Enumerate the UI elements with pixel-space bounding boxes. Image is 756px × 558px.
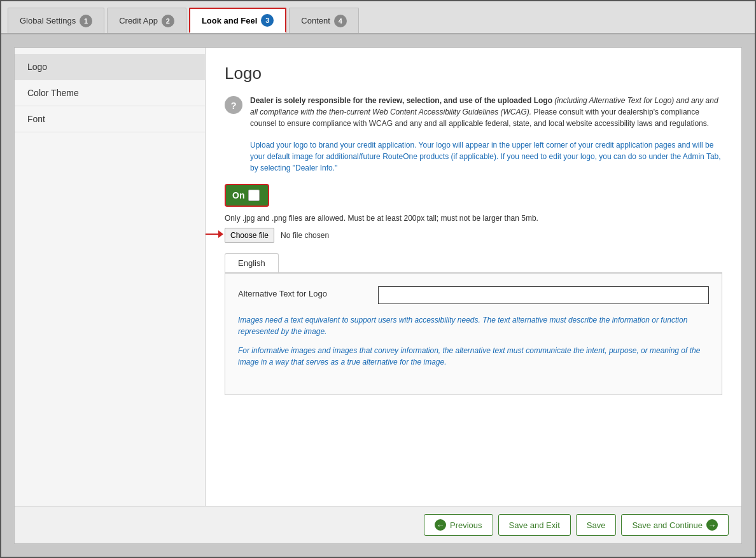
tab-content-label: Content — [301, 16, 330, 25]
tab-english[interactable]: English — [225, 253, 279, 272]
logo-toggle[interactable]: On — [225, 184, 269, 207]
tab-look-and-feel-label: Look and Feel — [202, 16, 257, 25]
save-continue-icon: → — [706, 519, 718, 531]
content-inner: Logo Color Theme Font Logo ? — [15, 48, 741, 506]
choose-file-button[interactable]: Choose file — [225, 228, 274, 243]
tab-look-and-feel[interactable]: Look and Feel 3 — [189, 8, 286, 33]
tab-content[interactable]: Content 4 — [289, 8, 359, 33]
sidebar-item-color-theme[interactable]: Color Theme — [15, 80, 205, 106]
alt-text-row: Alternative Text for Logo — [238, 286, 709, 304]
tab-content-badge: 4 — [334, 15, 347, 27]
previous-icon: ← — [435, 519, 446, 531]
file-requirements: Only .jpg and .png files are allowed. Mu… — [225, 213, 722, 224]
previous-label: Previous — [450, 520, 482, 530]
page-title: Logo — [225, 64, 722, 83]
save-exit-label: Save and Exit — [509, 520, 560, 530]
save-exit-button[interactable]: Save and Exit — [498, 514, 571, 536]
arrow-head — [218, 230, 223, 238]
alt-text-box: Alternative Text for Logo Images need a … — [225, 273, 722, 395]
save-continue-button[interactable]: Save and Continue → — [621, 514, 729, 536]
tab-credit-app-badge: 2 — [162, 15, 174, 27]
main-area: Logo Color Theme Font Logo ? — [1, 34, 755, 557]
tab-credit-app-label: Credit App — [119, 16, 158, 25]
tab-global-settings-badge: 1 — [80, 15, 92, 27]
sidebar-item-font[interactable]: Font — [15, 106, 205, 132]
save-button[interactable]: Save — [576, 514, 617, 536]
toggle-label: On — [232, 190, 244, 200]
main-content: Logo ? Dealer is solely responsible for … — [206, 48, 741, 506]
alt-text-label: Alternative Text for Logo — [238, 286, 365, 298]
arrow-indicator — [206, 230, 223, 238]
accessibility-note-1: Images need a text equivalent to support… — [238, 314, 709, 337]
language-tab-bar: English — [225, 253, 722, 273]
alt-text-input[interactable] — [378, 286, 709, 304]
accessibility-note-2: For informative images and images that c… — [238, 345, 709, 368]
tab-global-settings-label: Global Settings — [20, 16, 76, 25]
save-continue-label: Save and Continue — [632, 520, 703, 530]
tab-look-and-feel-badge: 3 — [261, 14, 274, 27]
upload-description: Upload your logo to brand your credit ap… — [250, 139, 722, 174]
previous-button[interactable]: ← Previous — [424, 514, 493, 536]
file-row: Choose file No file chosen — [225, 228, 722, 243]
question-icon: ? — [225, 96, 242, 114]
toggle-row: On — [225, 184, 722, 207]
disclaimer-bold: Dealer is solely responsible for the rev… — [250, 96, 552, 105]
toggle-switch — [248, 190, 260, 201]
no-file-text: No file chosen — [281, 231, 329, 240]
disclaimer-text: Dealer is solely responsible for the rev… — [250, 95, 722, 129]
tab-credit-app[interactable]: Credit App 2 — [107, 8, 186, 33]
info-box: ? Dealer is solely responsible for the r… — [225, 95, 722, 129]
arrow-line — [206, 234, 218, 235]
sidebar: Logo Color Theme Font — [15, 48, 206, 506]
save-label: Save — [587, 520, 606, 530]
file-upload-section: Only .jpg and .png files are allowed. Mu… — [225, 213, 722, 243]
footer-bar: ← Previous Save and Exit Save Save and C… — [15, 506, 741, 543]
tab-global-settings[interactable]: Global Settings 1 — [8, 8, 104, 33]
tab-bar: Global Settings 1 Credit App 2 Look and … — [1, 1, 755, 34]
sidebar-item-logo[interactable]: Logo — [15, 54, 205, 80]
content-panel: Logo Color Theme Font Logo ? — [14, 47, 742, 544]
